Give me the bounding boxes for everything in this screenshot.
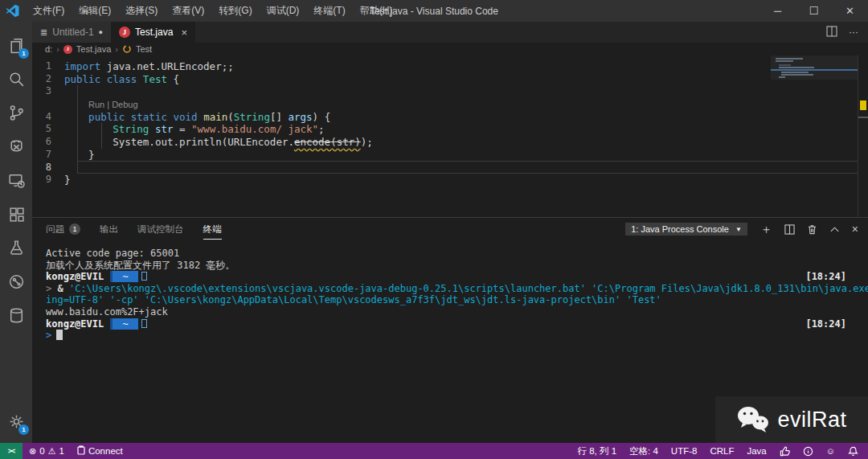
panel-header: 问题1输出调试控制台终端 1: Java Process Console ▼ ＋… bbox=[32, 218, 868, 240]
breadcrumb-file[interactable]: Test.java bbox=[76, 44, 111, 54]
overview-ruler bbox=[858, 55, 868, 217]
connect-board-icon bbox=[77, 445, 85, 457]
terminal-line: kongz@EVIL ~ [18:24] bbox=[46, 318, 868, 330]
explorer-badge: 1 bbox=[18, 48, 29, 59]
close-button[interactable]: ✕ bbox=[832, 0, 868, 22]
terminal-cursor bbox=[56, 330, 63, 340]
tab-untitled-1[interactable]: ≣ Untitled-1 ● bbox=[32, 22, 111, 43]
modified-dot-icon: ● bbox=[99, 28, 103, 36]
menu-item-6[interactable]: 终端(T) bbox=[306, 0, 352, 22]
kill-terminal-trash-icon[interactable] bbox=[807, 224, 817, 235]
circle-branch-extension-icon[interactable] bbox=[0, 264, 32, 298]
breadcrumb-drive[interactable]: d: bbox=[45, 44, 52, 54]
codelens-row: Run | Debug bbox=[32, 98, 868, 111]
codelens-run-debug[interactable]: Run | Debug bbox=[64, 100, 138, 109]
notifications-bell-icon[interactable] bbox=[841, 443, 868, 459]
wechat-watermark: evilRat bbox=[715, 396, 868, 443]
warning-marker bbox=[860, 100, 866, 110]
menu-item-5[interactable]: 调试(D) bbox=[260, 0, 307, 22]
chevron-right-icon: › bbox=[56, 44, 59, 54]
terminal-line: > & 'C:\Users\kongz\.vscode\extensions\v… bbox=[46, 283, 868, 295]
cursor-position[interactable]: 行 8, 列 1 bbox=[571, 443, 623, 459]
new-terminal-icon[interactable]: ＋ bbox=[760, 222, 772, 237]
line-number: 1 bbox=[32, 60, 64, 73]
remote-indicator[interactable]: >< bbox=[0, 443, 23, 459]
extensions-icon[interactable] bbox=[0, 197, 32, 231]
close-panel-icon[interactable]: × bbox=[852, 223, 858, 236]
menu-item-1[interactable]: 编辑(E) bbox=[72, 0, 118, 22]
problems-status[interactable]: ⊗ 0 ⚠ 1 bbox=[23, 443, 71, 459]
panel-tab-2[interactable]: 调试控制台 bbox=[137, 219, 184, 240]
info-icon[interactable] bbox=[796, 443, 820, 459]
maximize-button[interactable]: ☐ bbox=[796, 0, 832, 22]
breadcrumb-symbol[interactable]: Test bbox=[136, 44, 152, 54]
code-line: 2public class Test { bbox=[32, 73, 868, 86]
line-number: 3 bbox=[32, 85, 64, 98]
menu-item-4[interactable]: 转到(G) bbox=[211, 0, 259, 22]
panel-tab-0[interactable]: 问题1 bbox=[46, 219, 80, 240]
search-icon[interactable] bbox=[0, 62, 32, 96]
menu-item-3[interactable]: 查看(V) bbox=[165, 0, 211, 22]
debug-icon[interactable] bbox=[0, 129, 32, 163]
indentation[interactable]: 空格: 4 bbox=[623, 443, 665, 459]
java-file-icon: J bbox=[119, 27, 130, 38]
maximize-panel-chevron-icon[interactable] bbox=[829, 224, 840, 235]
terminal-line: kongz@EVIL ~ [18:24] bbox=[46, 271, 868, 283]
code-line: 5 String str = "www.baidu.com/ jack"; bbox=[32, 123, 868, 136]
panel-tab-1[interactable]: 输出 bbox=[100, 219, 118, 240]
code-line: 4 public static void main(String[] args)… bbox=[32, 111, 868, 124]
file-icon: ≣ bbox=[40, 27, 47, 38]
scrollbar-marker bbox=[858, 117, 868, 118]
minimap[interactable] bbox=[771, 55, 858, 217]
encoding[interactable]: UTF-8 bbox=[665, 443, 704, 459]
minimize-button[interactable]: ─ bbox=[760, 0, 796, 22]
timestamp: [18:24] bbox=[805, 271, 846, 283]
split-editor-icon[interactable] bbox=[826, 26, 837, 39]
line-number: 8 bbox=[32, 162, 64, 174]
database-extension-icon[interactable] bbox=[0, 298, 32, 332]
remote-explorer-icon[interactable] bbox=[0, 163, 32, 197]
split-terminal-icon[interactable] bbox=[784, 224, 795, 235]
wechat-icon bbox=[736, 405, 770, 434]
editor-tabbar: ≣ Untitled-1 ● J Test.java × ··· bbox=[32, 22, 868, 43]
code-line: 9} bbox=[32, 174, 868, 186]
line-number: 9 bbox=[32, 174, 64, 186]
menu-item-7[interactable]: 帮助(H) bbox=[353, 0, 400, 22]
feedback-smiley-icon[interactable]: ☺ bbox=[820, 443, 841, 459]
explorer-icon[interactable]: 1 bbox=[0, 28, 32, 62]
line-number: 5 bbox=[32, 123, 64, 136]
language-mode[interactable]: Java bbox=[740, 443, 772, 459]
settings-badge: 1 bbox=[18, 424, 29, 435]
test-explorer-beaker-icon[interactable] bbox=[0, 231, 32, 264]
line-number: 6 bbox=[32, 136, 64, 149]
settings-gear-icon[interactable]: 1 bbox=[0, 404, 32, 438]
problems-badge: 1 bbox=[69, 223, 80, 235]
thumbs-up-icon[interactable] bbox=[773, 443, 796, 459]
menu-item-2[interactable]: 选择(S) bbox=[118, 0, 165, 22]
terminal-line: Active code page: 65001 bbox=[46, 248, 868, 260]
code-line: 6 System.out.println(URLEncoder.encode(s… bbox=[32, 136, 868, 149]
tab-label: Untitled-1 bbox=[52, 27, 93, 38]
indent-guide bbox=[101, 123, 102, 149]
glyph-box-icon bbox=[141, 319, 147, 328]
minimap-current-line bbox=[771, 69, 858, 71]
activity-bar: 1 1 bbox=[0, 22, 32, 443]
breadcrumb: d: › J Test.java › Test bbox=[32, 43, 868, 55]
menu-item-0[interactable]: 文件(F) bbox=[26, 0, 72, 22]
warning-icon: ⚠ bbox=[48, 446, 56, 457]
connect-button[interactable]: Connect bbox=[71, 443, 129, 459]
code-editor[interactable]: 1import java.net.URLEncoder;;2public cla… bbox=[32, 55, 868, 217]
more-actions-icon[interactable]: ··· bbox=[849, 27, 858, 38]
glyph-box-icon bbox=[141, 272, 147, 281]
tab-close-icon[interactable]: × bbox=[181, 27, 187, 39]
eol-sequence[interactable]: CRLF bbox=[703, 443, 740, 459]
panel-tab-3[interactable]: 终端 bbox=[203, 219, 222, 240]
timestamp: [18:24] bbox=[805, 318, 846, 330]
terminal-select-dropdown[interactable]: 1: Java Process Console ▼ bbox=[625, 223, 747, 236]
tab-label: Test.java bbox=[135, 27, 173, 38]
tab-test-java[interactable]: J Test.java × bbox=[111, 22, 195, 43]
code-line: 7 } bbox=[32, 149, 868, 162]
source-control-icon[interactable] bbox=[0, 96, 32, 129]
menu-bar: 文件(F)编辑(E)选择(S)查看(V)转到(G)调试(D)终端(T)帮助(H) bbox=[26, 0, 399, 22]
java-file-icon: J bbox=[63, 45, 72, 54]
